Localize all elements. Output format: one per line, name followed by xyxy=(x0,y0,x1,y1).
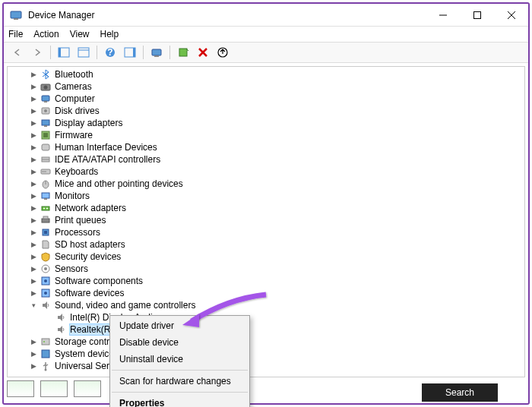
tree-item-sd[interactable]: ▶SD host adapters xyxy=(11,238,521,251)
expander-icon[interactable]: ▶ xyxy=(29,252,38,261)
menu-action[interactable]: Action xyxy=(33,29,59,39)
expander-icon[interactable]: ▶ xyxy=(29,204,38,213)
tree-item-label: Universal Seria xyxy=(55,361,116,371)
context-update-driver[interactable]: Update driver xyxy=(110,317,249,334)
tree-item-label: Firmware xyxy=(55,130,93,140)
svg-point-42 xyxy=(43,208,45,210)
device-icon xyxy=(40,349,52,359)
tree-item-sensor[interactable]: ▶Sensors xyxy=(11,263,521,275)
tree-item-label: Monitors xyxy=(55,191,90,201)
expander-icon[interactable]: ▶ xyxy=(29,155,38,164)
toolbar-icon-2[interactable] xyxy=(74,44,93,61)
tree-item-cpu[interactable]: ▶Processors xyxy=(11,226,521,238)
svg-rect-27 xyxy=(44,125,47,127)
context-uninstall-device[interactable]: Uninstall device xyxy=(110,351,249,368)
update-driver-icon[interactable] xyxy=(214,44,232,61)
expander-icon[interactable]: ▶ xyxy=(29,131,38,140)
menu-view[interactable]: View xyxy=(70,29,90,39)
uninstall-device-icon[interactable] xyxy=(194,44,212,61)
tree-item-mouse[interactable]: ▶Mice and other pointing devices xyxy=(11,178,521,190)
tree-item-label: SD host adapters xyxy=(55,239,125,250)
tree-item-label: Display adapters xyxy=(55,118,122,128)
tree-item-printer[interactable]: ▶Print queues xyxy=(11,214,521,226)
expander-icon[interactable] xyxy=(44,313,53,322)
thumbnail[interactable] xyxy=(7,380,34,397)
tree-item-realtek-selected[interactable]: Realtek(R) A xyxy=(11,323,521,336)
expander-icon[interactable]: ▶ xyxy=(29,179,38,188)
expander-icon[interactable]: ▶ xyxy=(29,228,38,237)
tree-item-bluetooth[interactable]: ▶Bluetooth xyxy=(11,68,521,80)
thumbnail[interactable] xyxy=(40,380,68,397)
svg-rect-41 xyxy=(42,207,49,210)
tree-item-computer[interactable]: ▶Computer xyxy=(11,93,521,105)
tree-item-software[interactable]: ▶Software components xyxy=(11,275,521,287)
expander-icon[interactable]: ▶ xyxy=(29,106,38,115)
expander-icon[interactable]: ▶ xyxy=(29,216,38,225)
thumbnail[interactable] xyxy=(74,380,101,397)
tree-item-monitor[interactable]: ▶Monitors xyxy=(11,190,521,202)
context-scan-hardware[interactable]: Scan for hardware changes xyxy=(110,373,249,390)
svg-rect-56 xyxy=(42,350,49,358)
svg-rect-54 xyxy=(42,339,49,345)
expander-icon[interactable]: ▶ xyxy=(29,191,38,200)
expander-icon[interactable]: ▶ xyxy=(29,349,38,358)
maximize-button[interactable] xyxy=(460,4,494,27)
device-icon xyxy=(40,203,52,213)
expander-icon[interactable]: ▶ xyxy=(29,361,38,371)
enable-device-icon[interactable] xyxy=(174,44,192,61)
tree-item-ide[interactable]: ▶IDE ATA/ATAPI controllers xyxy=(11,153,521,166)
expander-icon[interactable]: ▶ xyxy=(29,167,38,176)
svg-rect-45 xyxy=(43,216,48,219)
scan-hardware-icon[interactable] xyxy=(147,44,166,61)
context-disable-device[interactable]: Disable device xyxy=(110,334,249,351)
close-button[interactable] xyxy=(494,4,528,27)
expander-icon[interactable]: ▶ xyxy=(29,337,38,346)
forward-button[interactable] xyxy=(28,44,46,61)
expander-icon[interactable]: ▶ xyxy=(29,70,38,79)
context-properties[interactable]: Properties xyxy=(110,395,249,407)
help-button[interactable]: ? xyxy=(101,44,119,61)
svg-rect-23 xyxy=(44,101,47,103)
svg-rect-47 xyxy=(44,231,47,234)
expander-icon[interactable]: ▶ xyxy=(29,289,38,298)
expander-icon[interactable]: ▶ xyxy=(29,264,38,273)
tree-item-security[interactable]: ▶Security devices xyxy=(11,251,521,263)
toolbar-icon-3[interactable] xyxy=(121,44,139,61)
tree-item-usb[interactable]: ▶Universal Seria xyxy=(11,360,521,372)
tree-item-disk[interactable]: ▶Disk drives xyxy=(11,105,521,117)
expander-icon[interactable] xyxy=(44,325,53,334)
tree-item-storage[interactable]: ▶Storage contro xyxy=(11,336,521,348)
menu-file[interactable]: File xyxy=(8,29,23,39)
tree-item-system[interactable]: ▶System devices xyxy=(11,348,521,360)
svg-point-25 xyxy=(44,109,47,112)
menu-help[interactable]: Help xyxy=(100,29,119,39)
tree-item-camera[interactable]: ▶Cameras xyxy=(11,80,521,93)
tree-item-network[interactable]: ▶Network adapters xyxy=(11,202,521,214)
back-button[interactable] xyxy=(8,44,27,61)
tree-item-label: Keyboards xyxy=(55,166,98,177)
tree-item-keyboard[interactable]: ▶Keyboards xyxy=(11,166,521,178)
expander-icon[interactable]: ▶ xyxy=(29,143,38,152)
tree-item-sound-expanded[interactable]: ▾Sound, video and game controllers xyxy=(11,299,521,311)
tree-item-intel-audio[interactable]: Intel(R) Display Audio xyxy=(11,311,521,323)
svg-point-55 xyxy=(43,341,45,342)
expander-icon[interactable]: ▶ xyxy=(29,82,38,91)
device-icon xyxy=(40,263,52,274)
expander-icon[interactable]: ▾ xyxy=(29,301,38,310)
svg-rect-39 xyxy=(42,193,49,198)
tree-item-software[interactable]: ▶Software devices xyxy=(11,287,521,299)
toolbar-icon-1[interactable] xyxy=(55,44,73,61)
tree-item-label: Software components xyxy=(55,276,143,286)
expander-icon[interactable]: ▶ xyxy=(29,94,38,103)
svg-point-57 xyxy=(45,369,47,371)
tree-item-display[interactable]: ▶Display adapters xyxy=(11,117,521,129)
svg-point-21 xyxy=(44,86,48,90)
expander-icon[interactable]: ▶ xyxy=(29,118,38,128)
search-button[interactable]: Search xyxy=(422,383,498,402)
tree-item-firmware[interactable]: ▶Firmware xyxy=(11,129,521,141)
expander-icon[interactable]: ▶ xyxy=(29,240,38,249)
minimize-button[interactable] xyxy=(426,4,460,27)
device-icon xyxy=(40,106,52,116)
tree-item-hid[interactable]: ▶Human Interface Devices xyxy=(11,141,521,153)
expander-icon[interactable]: ▶ xyxy=(29,276,38,286)
